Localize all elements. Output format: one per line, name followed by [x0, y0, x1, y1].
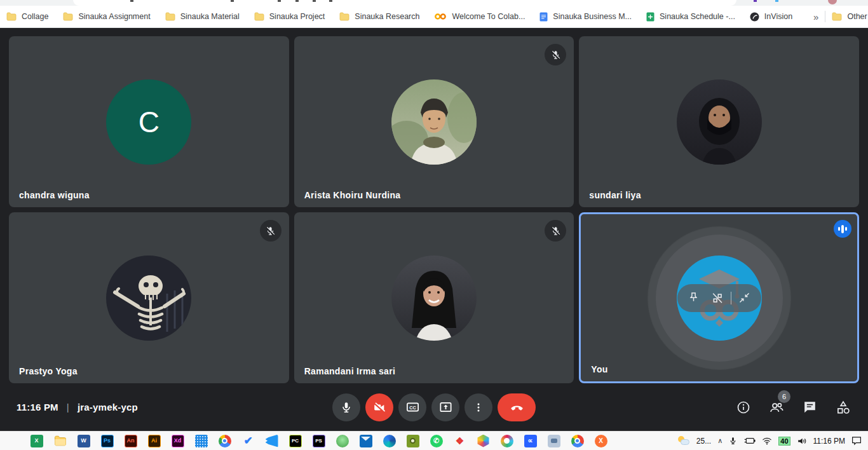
taskbar-red-app[interactable]: ❖ [448, 432, 471, 450]
taskbar-check-app[interactable]: ✔ [236, 432, 260, 450]
participant-tile-you[interactable]: You [579, 212, 859, 383]
phpstorm-icon: PS [313, 435, 325, 447]
taskbar-pycharm[interactable]: PC [283, 432, 307, 450]
participant-tile-prastyo-yoga[interactable]: Prastyo Yoga [9, 212, 289, 383]
camtasia-icon: ∝ [524, 435, 537, 447]
bookmark-sinauka-business[interactable]: Sinauka Business M... [539, 12, 632, 22]
bookmark-invision[interactable]: InVision [750, 12, 792, 22]
screen-recorder-icon [407, 435, 419, 447]
tray-power-plug[interactable] [743, 437, 756, 445]
xampp-icon: X [595, 435, 607, 447]
bookmark-label: Sinauka Material [180, 12, 240, 21]
start-button[interactable] [1, 432, 25, 450]
camera-off-button[interactable] [365, 393, 393, 421]
photo-woman-mask [677, 79, 762, 165]
muted-indicator [260, 220, 281, 242]
bookmark-sinauka-assignment[interactable]: Sinauka Assignment [63, 12, 150, 21]
taskbar-excel[interactable]: X [25, 432, 48, 450]
taskbar-file-explorer[interactable] [48, 432, 72, 450]
taskbar-camtasia[interactable]: ∝ [519, 432, 542, 450]
participant-tile-arista-khoiru-nurdina[interactable]: Arista Khoiru Nurdina [294, 36, 574, 207]
present-icon [438, 400, 453, 414]
photoshop-icon: Ps [101, 435, 114, 447]
captions-button[interactable]: CC [398, 393, 426, 421]
toolbar-fragment [130, 0, 133, 2]
animate-icon: An [125, 435, 137, 447]
folder-icon [6, 12, 17, 21]
wifi-icon [762, 437, 772, 445]
taskbar-photoshop[interactable]: Ps [95, 432, 119, 450]
photo-skeleton-cartoon [106, 256, 191, 341]
svg-text:CC: CC [409, 406, 416, 411]
participants-button[interactable]: 6 [768, 399, 785, 416]
taskbar-illustrator[interactable]: Ai [142, 432, 166, 450]
leave-call-button[interactable] [498, 393, 536, 421]
remove-from-layout-button[interactable] [707, 288, 728, 308]
taskbar-android-emulator[interactable] [330, 432, 354, 450]
tray-microphone[interactable] [729, 436, 737, 446]
minimize-tile-button[interactable] [735, 288, 755, 308]
address-bar-bottom-edge[interactable] [73, 0, 736, 6]
chat-button[interactable] [802, 399, 818, 415]
battery-percent-badge[interactable]: 40 [778, 437, 790, 446]
bookmark-sinauka-research[interactable]: Sinauka Research [339, 12, 419, 21]
bookmark-welcome-to-colab[interactable]: Welcome To Colab... [434, 12, 525, 21]
activities-button[interactable] [835, 399, 851, 416]
action-center-button[interactable] [851, 436, 862, 446]
tray-volume[interactable] [797, 437, 807, 446]
muted-indicator [545, 220, 566, 242]
browser-profile-avatar[interactable] [828, 0, 837, 4]
bookmark-collage[interactable]: Collage [6, 12, 48, 21]
participant-tile-ramandani-irma-sari[interactable]: Ramandani Irma sari [294, 212, 574, 383]
weather-temperature[interactable]: 25... [696, 437, 711, 446]
red-bird-icon: ❖ [454, 435, 466, 447]
more-options-button[interactable] [465, 393, 492, 421]
toolbar-fragment [231, 0, 234, 2]
bookmarks-bar-right: » Other bookmarks [807, 11, 868, 22]
meeting-info: 11:16 PM | jra-ymek-ycp [17, 402, 138, 412]
taskbar-chrome-active[interactable] [566, 432, 589, 450]
taskbar-screen-recorder[interactable] [401, 432, 424, 450]
tray-wifi[interactable] [762, 437, 772, 445]
taskbar-color-wheel-app[interactable] [495, 432, 519, 450]
taskbar-word[interactable]: W [72, 432, 95, 450]
call-controls: CC [332, 393, 536, 421]
weather-widget[interactable] [677, 436, 690, 446]
taskbar-camera-app[interactable] [542, 432, 566, 450]
participant-name: sundari liya [589, 190, 641, 200]
other-bookmarks-folder[interactable]: Other bookmarks [832, 12, 868, 21]
meeting-code: jra-ymek-ycp [78, 402, 138, 412]
extension-icon[interactable] [754, 0, 757, 2]
taskbar-clock[interactable]: 11:16 PM [813, 437, 845, 446]
folder-icon [254, 12, 264, 21]
taskbar-hexagon-app[interactable] [471, 432, 495, 450]
taskbar-chrome[interactable] [213, 432, 236, 450]
bookmark-sinauka-schedule[interactable]: Sinauka Schedule -... [646, 12, 735, 22]
meeting-details-button[interactable] [736, 400, 751, 415]
microphone-button[interactable] [332, 393, 360, 421]
participant-name: Arista Khoiru Nurdina [304, 190, 401, 200]
participant-tile-sundari-liya[interactable]: sundari liya [579, 36, 859, 207]
folder-icon [832, 12, 842, 21]
taskbar-animate[interactable]: An [119, 432, 142, 450]
bookmarks-overflow-chevron[interactable]: » [807, 11, 825, 22]
taskbar-phpstorm[interactable]: PS [307, 432, 330, 450]
bookmark-sinauka-material[interactable]: Sinauka Material [165, 12, 240, 21]
taskbar-edge[interactable] [377, 432, 401, 450]
pin-tile-button[interactable] [684, 288, 704, 308]
participant-tile-chandra-wiguna[interactable]: C chandra wiguna [9, 36, 289, 207]
present-screen-button[interactable] [431, 393, 459, 421]
bookmark-sinauka-project[interactable]: Sinauka Project [254, 12, 325, 21]
taskbar-calendar[interactable] [189, 432, 213, 450]
taskbar-xampp[interactable]: X [589, 432, 613, 450]
taskbar-adobe-xd[interactable]: Xd [166, 432, 189, 450]
taskbar-vscode[interactable] [260, 432, 283, 450]
illustrator-icon: Ai [148, 435, 161, 447]
extension-icon[interactable] [775, 0, 778, 2]
mic-off-icon [264, 225, 276, 237]
show-hidden-icons-chevron[interactable]: ∧ [717, 437, 722, 445]
participant-name: Prastyo Yoga [19, 366, 78, 376]
participant-name: You [591, 364, 607, 374]
taskbar-whatsapp[interactable]: ✆ [424, 432, 448, 450]
taskbar-mail[interactable] [354, 432, 377, 450]
